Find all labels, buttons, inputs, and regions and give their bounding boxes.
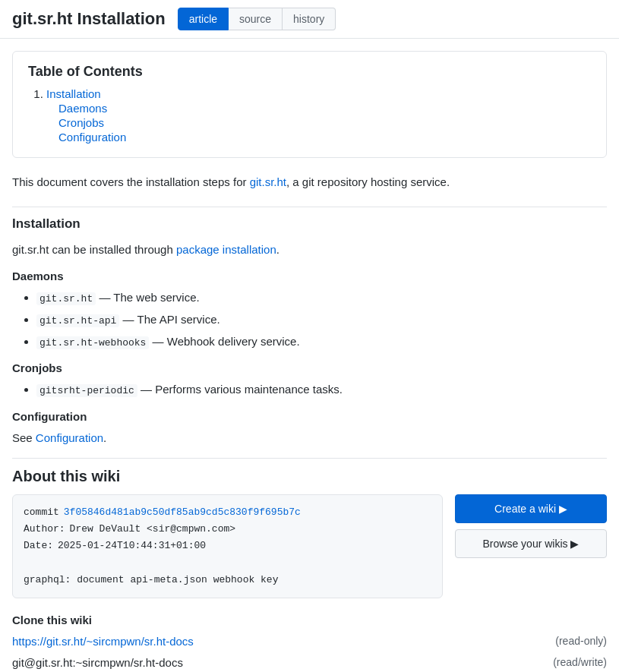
toc-title: Table of Contents — [28, 64, 591, 80]
commit-message: graphql: document api-meta.json webhook … — [24, 572, 431, 588]
list-item: git.sr.ht-api — The API service. — [36, 311, 607, 330]
toc-link-configuration[interactable]: Configuration — [58, 131, 126, 144]
daemons-list: git.sr.ht — The web service. git.sr.ht-a… — [12, 289, 607, 351]
toc-box: Table of Contents Installation Daemons C… — [12, 51, 607, 158]
toc-link-daemons[interactable]: Daemons — [58, 102, 107, 115]
create-wiki-button[interactable]: Create a wiki ▶ — [455, 494, 607, 523]
configuration-text: See Configuration. — [12, 429, 607, 447]
list-item: gitsrht-periodic — Performs various main… — [36, 380, 607, 399]
configuration-link[interactable]: Configuration — [36, 431, 103, 444]
tab-source[interactable]: source — [229, 8, 283, 30]
configuration-heading: Configuration — [12, 410, 607, 423]
clone-ssh-label: (read/write) — [553, 654, 607, 670]
installation-text-before: git.sr.ht can be installed through — [12, 243, 176, 256]
toc-sublist: Daemons Cronjobs Configuration — [46, 102, 591, 144]
clone-ssh-row: git@git.sr.ht:~sircmpwn/sr.ht-docs (read… — [12, 654, 607, 672]
intro-text-after: , a git repository hosting service. — [286, 175, 450, 188]
commit-box: commit 3f05846d481ab9c50df85ab9cd5c830f9… — [12, 494, 443, 598]
tab-bar: article source history — [178, 8, 336, 30]
daemon-2-code: git.sr.ht-api — [36, 314, 119, 327]
cronjobs-list: gitsrht-periodic — Performs various main… — [12, 380, 607, 399]
installation-section: Installation git.sr.ht can be installed … — [12, 216, 607, 447]
toc-link-cronjobs[interactable]: Cronjobs — [58, 116, 104, 129]
action-buttons: Create a wiki ▶ Browse your wikis ▶ — [455, 494, 607, 558]
commit-label: commit — [24, 504, 59, 521]
package-installation-link[interactable]: package installation — [176, 243, 276, 256]
page-title: git.sr.ht Installation — [12, 9, 166, 29]
daemon-1-text: — The web service. — [96, 291, 199, 304]
toc-item-installation: Installation Daemons Cronjobs Configurat… — [46, 87, 591, 144]
intro-paragraph: This document covers the installation st… — [12, 173, 607, 191]
cronjob-1-text: — Performs various maintenance tasks. — [137, 383, 343, 396]
daemon-3-code: git.sr.ht-webhooks — [36, 336, 149, 349]
clone-ssh: git@git.sr.ht:~sircmpwn/sr.ht-docs — [12, 654, 183, 672]
config-text-before: See — [12, 431, 36, 444]
installation-heading: Installation — [12, 216, 607, 235]
clone-url-row: https://git.sr.ht/~sircmpwn/sr.ht-docs (… — [12, 633, 607, 651]
author-value: Drew DeVault <sir@cmpwn.com> — [70, 521, 235, 538]
toc-link-installation[interactable]: Installation — [46, 87, 101, 100]
commit-hash[interactable]: 3f05846d481ab9c50df85ab9cd5c830f9f695b7c — [64, 504, 301, 521]
cronjobs-section: Cronjobs gitsrht-periodic — Performs var… — [12, 361, 607, 399]
daemon-1-code: git.sr.ht — [36, 292, 96, 305]
list-item: git.sr.ht — The web service. — [36, 289, 607, 308]
about-layout: commit 3f05846d481ab9c50df85ab9cd5c830f9… — [12, 494, 607, 598]
installation-text-after: . — [276, 243, 279, 256]
page-header: git.sr.ht Installation article source hi… — [0, 0, 619, 39]
browse-wikis-button[interactable]: Browse your wikis ▶ — [455, 529, 607, 558]
commit-hash-line: commit 3f05846d481ab9c50df85ab9cd5c830f9… — [24, 504, 431, 521]
cronjob-1-code: gitsrht-periodic — [36, 384, 137, 397]
about-section: About this wiki commit 3f05846d481ab9c50… — [12, 468, 607, 671]
daemons-heading: Daemons — [12, 270, 607, 282]
installation-divider — [12, 207, 607, 207]
date-value: 2025-01-24T10:44:31+01:00 — [58, 538, 206, 554]
main-content: Table of Contents Installation Daemons C… — [0, 39, 619, 672]
tab-history[interactable]: history — [283, 8, 336, 30]
daemon-2-text: — The API service. — [119, 313, 219, 326]
tab-article[interactable]: article — [178, 8, 229, 30]
about-divider — [12, 458, 607, 459]
clone-section: Clone this wiki https://git.sr.ht/~sircm… — [12, 614, 607, 672]
about-heading: About this wiki — [12, 468, 607, 485]
clone-url-label: (read-only) — [555, 633, 607, 649]
list-item: git.sr.ht-webhooks — Webhook delivery se… — [36, 333, 607, 352]
date-label: Date: — [24, 538, 53, 554]
commit-author-line: Author: Drew DeVault <sir@cmpwn.com> — [24, 521, 431, 538]
toc-list: Installation Daemons Cronjobs Configurat… — [28, 87, 591, 144]
clone-url[interactable]: https://git.sr.ht/~sircmpwn/sr.ht-docs — [12, 633, 194, 651]
author-label: Author: — [24, 521, 65, 538]
daemon-3-text: — Webhook delivery service. — [149, 335, 299, 348]
configuration-section: Configuration See Configuration. — [12, 410, 607, 447]
clone-heading: Clone this wiki — [12, 614, 607, 626]
intro-link[interactable]: git.sr.ht — [250, 175, 286, 188]
config-text-after: . — [103, 431, 106, 444]
cronjobs-heading: Cronjobs — [12, 361, 607, 374]
daemons-section: Daemons git.sr.ht — The web service. git… — [12, 270, 607, 351]
installation-text: git.sr.ht can be installed through packa… — [12, 241, 607, 259]
commit-date-line: Date: 2025-01-24T10:44:31+01:00 — [24, 538, 431, 554]
intro-text-before: This document covers the installation st… — [12, 175, 250, 188]
